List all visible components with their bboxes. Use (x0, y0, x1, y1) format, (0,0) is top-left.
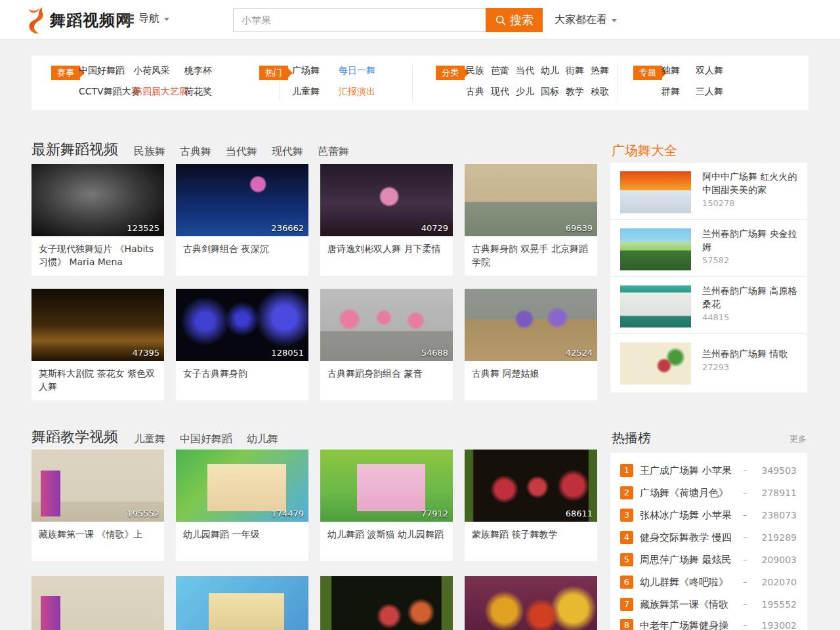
list-item[interactable]: 兰州春韵广场舞 情歌 27293 (610, 334, 807, 391)
video-card[interactable]: 40729 唐诗逸刘彬双人舞 月下柔情 (320, 164, 453, 276)
video-title[interactable]: 唐诗逸刘彬双人舞 月下柔情 (320, 236, 453, 255)
nav-link-highlighted[interactable]: 每日一舞 (339, 64, 398, 77)
everyone-watching-dropdown[interactable]: 大家都在看 (555, 13, 617, 27)
tab-china-good-dance[interactable]: 中国好舞蹈 (180, 432, 232, 446)
video-title[interactable]: 藏族舞第一课 《情歌》上 (32, 522, 164, 541)
video-title[interactable]: 张林冰广场舞 小苹果 (640, 509, 750, 522)
video-title[interactable]: 王广成广场舞 小苹果 (640, 465, 750, 477)
video-title[interactable]: 女子古典舞身韵 (176, 361, 308, 380)
video-card[interactable]: 68611 蒙族舞蹈 筷子舞教学 (465, 450, 597, 561)
badge-hot[interactable]: 热门 (259, 66, 288, 80)
video-title[interactable]: 兰州春韵广场舞 央金拉姆 (702, 227, 799, 253)
nav-link[interactable]: 民族 (466, 64, 491, 77)
video-title[interactable]: 阿中中广场舞 红火火的中国甜美美的家 (702, 170, 799, 196)
video-card[interactable]: 195552 藏族舞第一课 《情歌》上 (32, 450, 164, 561)
nav-link[interactable]: 热舞 (591, 64, 616, 77)
tab-folk-dance[interactable]: 民族舞 (134, 145, 165, 159)
hot-list-item[interactable]: 4 健身交际舞教学 慢四 – 219289 (610, 531, 807, 553)
nav-menu-button[interactable]: 导航 (122, 12, 169, 26)
video-title[interactable]: 幼儿园舞蹈 一年级 (176, 522, 308, 541)
video-card[interactable]: 174479 幼儿园舞蹈 一年级 (176, 450, 308, 561)
nav-link[interactable]: 芭蕾 (491, 64, 516, 77)
nav-link[interactable]: 荷花奖 (184, 85, 237, 98)
video-card[interactable] (465, 576, 597, 630)
more-link[interactable]: 更多 (789, 433, 807, 445)
video-title[interactable]: 广场舞《荷塘月色》 (640, 487, 750, 499)
hot-list-item[interactable]: 1 王广成广场舞 小苹果 – 349503 (610, 464, 807, 486)
search-input[interactable] (233, 8, 486, 32)
tab-classical-dance[interactable]: 古典舞 (180, 145, 211, 159)
nav-link[interactable]: 广场舞 (292, 64, 339, 77)
list-item[interactable]: 阿中中广场舞 红火火的中国甜美美的家 150278 (610, 163, 807, 220)
hot-list-item[interactable]: 3 张林冰广场舞 小苹果 – 238073 (610, 509, 807, 531)
video-card[interactable]: 42524 古典舞 阿楚姑娘 (465, 289, 597, 400)
nav-link[interactable]: 现代 (491, 85, 516, 98)
nav-link[interactable]: 双人舞 (696, 64, 742, 77)
video-card[interactable]: 236662 古典剑舞组合 夜深沉 (176, 164, 308, 276)
site-logo[interactable]: 舞蹈视频网 (26, 5, 132, 36)
tab-modern-dance[interactable]: 现代舞 (272, 145, 303, 159)
video-card[interactable] (320, 576, 453, 630)
video-title[interactable]: 藏族舞第一课《情歌 (640, 598, 750, 611)
nav-link[interactable]: 教学 (566, 85, 591, 98)
video-title[interactable]: 莫斯科大剧院 茶花女 紫色双人舞 (32, 361, 164, 393)
video-title[interactable]: 古典舞 阿楚姑娘 (465, 361, 597, 380)
video-title[interactable]: 女子现代独舞短片 《Habits 习惯》 Maria Mena (32, 236, 164, 268)
nav-link[interactable]: 群舞 (662, 85, 696, 98)
video-card[interactable] (176, 576, 308, 630)
video-title[interactable]: 周思萍广场舞 最炫民 (640, 554, 750, 566)
list-item[interactable]: 兰州春韵广场舞 央金拉姆 57582 (610, 220, 807, 277)
badge-categories[interactable]: 分类 (436, 66, 465, 80)
video-card[interactable]: 54688 古典舞蹈身韵组合 篆音 (320, 289, 453, 400)
nav-link[interactable]: 独舞 (662, 64, 696, 77)
nav-link[interactable]: CCTV舞蹈大赛 (79, 85, 133, 98)
video-card[interactable]: 128051 女子古典舞身韵 (176, 289, 308, 400)
video-card[interactable]: 123525 女子现代独舞短片 《Habits 习惯》 Maria Mena (32, 164, 164, 276)
nav-link[interactable]: 小荷风采 (133, 64, 184, 77)
video-title[interactable]: 兰州春韵广场舞 高原格桑花 (702, 284, 799, 310)
nav-link[interactable]: 幼儿 (541, 64, 566, 77)
hot-list-item[interactable]: 5 周思萍广场舞 最炫民 – 209003 (610, 553, 807, 576)
video-card[interactable] (32, 576, 164, 630)
nav-link[interactable]: 当代 (516, 64, 541, 77)
nav-link[interactable]: 国标 (541, 85, 566, 98)
nav-group-hot: 广场舞 每日一舞 儿童舞 汇报演出 (292, 64, 398, 98)
nav-link[interactable]: 秧歌 (591, 85, 616, 98)
hot-list-item[interactable]: 6 幼儿群舞《咚吧啦》 – 202070 (610, 576, 807, 598)
video-card[interactable]: 77912 幼儿舞蹈 波斯猫 幼儿园舞蹈 (320, 450, 453, 561)
nav-link[interactable]: 少儿 (516, 85, 541, 98)
video-title[interactable]: 幼儿群舞《咚吧啦》 (640, 576, 750, 589)
nav-link-highlighted[interactable]: 第四届大艺展 (133, 85, 184, 98)
hot-list-item[interactable]: 7 藏族舞第一课《情歌 – 195552 (610, 598, 807, 620)
view-count: 69639 (566, 223, 593, 233)
nav-link[interactable]: 中国好舞蹈 (79, 64, 133, 77)
badge-competitions[interactable]: 赛事 (51, 66, 80, 80)
list-item[interactable]: 兰州春韵广场舞 高原格桑花 44815 (610, 277, 807, 334)
video-title[interactable]: 中老年广场舞健身操 (640, 620, 750, 630)
video-title[interactable]: 兰州春韵广场舞 情歌 (702, 347, 799, 360)
nav-link-highlighted[interactable]: 汇报演出 (339, 85, 398, 98)
video-title[interactable]: 古典舞身韵 双晃手 北京舞蹈学院 (465, 236, 597, 268)
video-title[interactable]: 古典剑舞组合 夜深沉 (176, 236, 308, 255)
tab-children-dance[interactable]: 儿童舞 (134, 432, 165, 446)
video-card[interactable]: 69639 古典舞身韵 双晃手 北京舞蹈学院 (465, 164, 597, 276)
nav-link[interactable]: 街舞 (566, 64, 591, 77)
video-title[interactable]: 蒙族舞蹈 筷子舞教学 (465, 522, 597, 541)
view-count: 195552 (127, 509, 159, 518)
nav-link[interactable]: 三人舞 (696, 85, 742, 98)
hot-list-item[interactable]: 8 中老年广场舞健身操 – 193002 (610, 619, 807, 630)
video-title[interactable]: 古典舞蹈身韵组合 篆音 (320, 361, 453, 380)
tab-toddler-dance[interactable]: 幼儿舞 (247, 432, 278, 446)
nav-link[interactable]: 桃李杯 (184, 64, 237, 77)
tab-contemporary-dance[interactable]: 当代舞 (226, 145, 257, 159)
video-title[interactable]: 健身交际舞教学 慢四 (640, 532, 750, 544)
video-card[interactable]: 47395 莫斯科大剧院 茶花女 紫色双人舞 (32, 289, 164, 400)
nav-link[interactable]: 古典 (466, 85, 491, 98)
hot-list-item[interactable]: 2 广场舞《荷塘月色》 – 278911 (610, 486, 807, 509)
nav-link[interactable]: 儿童舞 (292, 85, 339, 98)
video-title[interactable]: 幼儿舞蹈 波斯猫 幼儿园舞蹈 (320, 522, 453, 541)
tab-ballet[interactable]: 芭蕾舞 (318, 145, 349, 159)
badge-topics[interactable]: 专题 (633, 66, 662, 80)
view-count: 236662 (271, 223, 304, 233)
search-button[interactable]: 搜索 (486, 8, 543, 32)
